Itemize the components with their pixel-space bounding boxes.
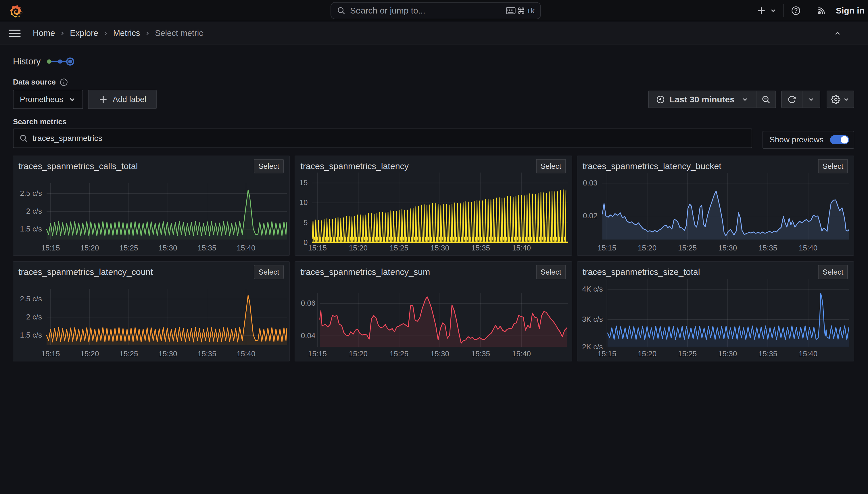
svg-text:15:30: 15:30 [431,349,449,358]
svg-text:15:35: 15:35 [471,349,490,358]
svg-text:15:40: 15:40 [799,244,817,252]
svg-text:15:30: 15:30 [431,244,449,252]
svg-text:15:20: 15:20 [349,244,368,252]
svg-text:15:20: 15:20 [80,349,99,358]
svg-text:15:15: 15:15 [597,244,616,252]
svg-text:15:35: 15:35 [758,244,777,252]
svg-text:15:15: 15:15 [597,349,616,358]
svg-text:15:40: 15:40 [237,349,255,358]
svg-text:15:20: 15:20 [349,349,368,358]
svg-text:15:35: 15:35 [197,244,216,252]
svg-text:1.5 c/s: 1.5 c/s [20,331,42,339]
svg-text:0.02: 0.02 [583,211,597,220]
svg-text:15:25: 15:25 [119,244,138,252]
svg-text:15:15: 15:15 [41,349,60,358]
svg-text:0.03: 0.03 [583,178,597,187]
svg-text:15:25: 15:25 [678,349,697,358]
svg-text:15:15: 15:15 [308,349,327,358]
svg-text:15:25: 15:25 [119,349,138,358]
svg-text:5: 5 [303,218,308,227]
svg-text:15:30: 15:30 [718,349,737,358]
svg-text:2 c/s: 2 c/s [26,312,42,321]
svg-text:15:25: 15:25 [390,349,409,358]
svg-text:15:40: 15:40 [512,244,531,252]
svg-text:15:25: 15:25 [390,244,409,252]
svg-text:15:30: 15:30 [158,244,177,252]
svg-text:15:20: 15:20 [638,244,656,252]
svg-text:15:35: 15:35 [471,244,490,252]
svg-text:15: 15 [299,178,308,187]
svg-text:0.06: 0.06 [301,299,316,307]
svg-text:2.5 c/s: 2.5 c/s [20,189,42,197]
svg-text:15:40: 15:40 [799,349,817,358]
svg-text:0: 0 [303,238,308,247]
svg-text:15:35: 15:35 [197,349,216,358]
svg-text:15:40: 15:40 [237,244,255,252]
svg-text:4K c/s: 4K c/s [582,285,603,293]
svg-text:15:15: 15:15 [308,244,327,252]
svg-text:15:35: 15:35 [758,349,777,358]
svg-text:2.5 c/s: 2.5 c/s [20,294,42,303]
svg-text:0.04: 0.04 [301,331,316,340]
svg-text:15:20: 15:20 [638,349,656,358]
svg-text:15:30: 15:30 [718,244,737,252]
svg-text:15:40: 15:40 [512,349,531,358]
svg-text:10: 10 [299,198,308,207]
svg-text:3K c/s: 3K c/s [582,315,603,323]
svg-text:15:30: 15:30 [158,349,177,358]
svg-text:1.5 c/s: 1.5 c/s [20,225,42,233]
svg-text:15:15: 15:15 [41,244,60,252]
svg-text:15:25: 15:25 [678,244,697,252]
svg-text:2 c/s: 2 c/s [26,207,42,215]
svg-text:15:20: 15:20 [80,244,99,252]
